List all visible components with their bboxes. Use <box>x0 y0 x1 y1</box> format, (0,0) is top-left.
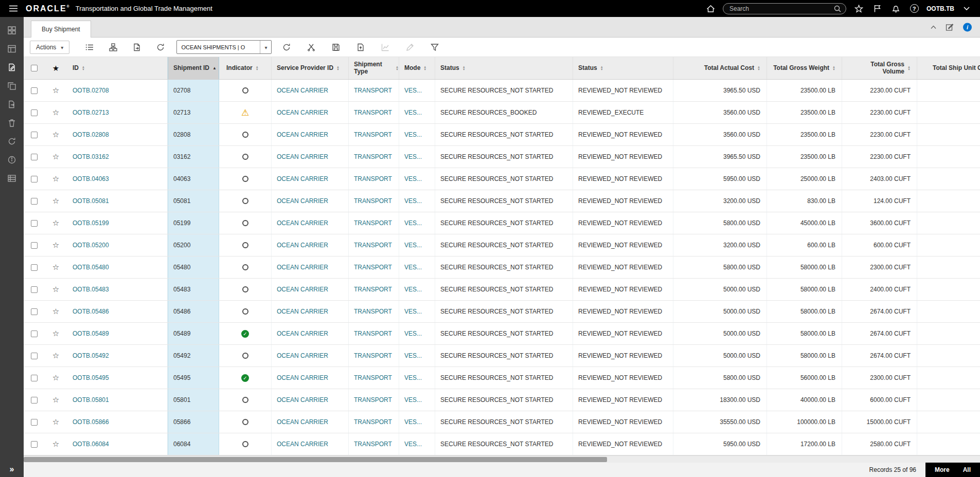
favorite-star-icon[interactable] <box>52 307 59 316</box>
favorite-star-icon[interactable] <box>52 174 59 184</box>
col-header-shipment-type[interactable]: Shipment Type <box>349 57 399 79</box>
shipment-type-link[interactable]: TRANSPORT <box>354 175 392 182</box>
favorite-star-icon[interactable] <box>52 241 59 250</box>
shipment-type-link[interactable]: TRANSPORT <box>354 87 392 94</box>
grid-view-icon[interactable] <box>0 21 24 40</box>
favorite-star-icon[interactable] <box>52 130 59 139</box>
row-checkbox[interactable] <box>31 220 38 227</box>
reload-icon[interactable] <box>151 41 170 54</box>
document-export-icon[interactable] <box>0 95 24 114</box>
shipment-edit-icon[interactable] <box>0 58 24 77</box>
actions-button[interactable]: Actions <box>30 41 69 54</box>
notifications-bell-icon[interactable] <box>889 3 902 15</box>
service-provider-link[interactable]: OCEAN CARRIER <box>277 264 328 271</box>
shipment-id-link[interactable]: OOTB.05483 <box>73 286 109 293</box>
table-row[interactable]: OOTB.05495 05495 OCEAN CARRIER TRANSPORT… <box>24 367 980 389</box>
col-header-id[interactable]: ID <box>67 57 168 79</box>
col-header-total-gross-weight[interactable]: Total Gross Weight <box>767 57 842 79</box>
service-provider-link[interactable]: OCEAN CARRIER <box>277 330 328 337</box>
search-input[interactable] <box>729 5 834 12</box>
search-icon[interactable] <box>834 5 841 12</box>
favorites-star-icon[interactable] <box>852 3 865 15</box>
filter-funnel-icon[interactable] <box>425 41 444 54</box>
row-checkbox[interactable] <box>31 264 38 271</box>
service-provider-link[interactable]: OCEAN CARRIER <box>277 197 328 205</box>
service-provider-link[interactable]: OCEAN CARRIER <box>277 87 328 94</box>
mode-link[interactable]: VES... <box>404 219 422 227</box>
service-provider-link[interactable]: OCEAN CARRIER <box>277 374 328 381</box>
mode-link[interactable]: VES... <box>404 153 422 160</box>
screen-info-icon[interactable] <box>963 23 972 31</box>
shipment-id-link[interactable]: OOTB.05480 <box>73 264 109 271</box>
table-row[interactable]: OOTB.05486 05486 OCEAN CARRIER TRANSPORT… <box>24 301 980 323</box>
favorite-star-icon[interactable] <box>52 86 59 95</box>
service-provider-link[interactable]: OCEAN CARRIER <box>277 396 328 403</box>
service-provider-link[interactable]: OCEAN CARRIER <box>277 131 328 138</box>
mode-link[interactable]: VES... <box>404 308 422 315</box>
table-row[interactable]: OOTB.02713 02713 OCEAN CARRIER TRANSPORT… <box>24 102 980 124</box>
service-provider-link[interactable]: OCEAN CARRIER <box>277 441 328 448</box>
row-checkbox[interactable] <box>31 286 38 293</box>
col-header-mode[interactable]: Mode <box>399 57 435 79</box>
hamburger-menu-icon[interactable] <box>7 3 20 15</box>
table-row[interactable]: OOTB.06084 06084 OCEAN CARRIER TRANSPORT… <box>24 433 980 455</box>
row-checkbox[interactable] <box>31 419 38 426</box>
shipment-type-link[interactable]: TRANSPORT <box>354 219 392 227</box>
shipment-id-link[interactable]: OOTB.02713 <box>73 109 109 116</box>
panels-icon[interactable] <box>0 40 24 58</box>
shipment-type-link[interactable]: TRANSPORT <box>354 242 392 249</box>
mode-link[interactable]: VES... <box>404 374 422 381</box>
mode-link[interactable]: VES... <box>404 396 422 403</box>
shipment-type-link[interactable]: TRANSPORT <box>354 286 392 293</box>
row-checkbox[interactable] <box>31 353 38 359</box>
row-checkbox[interactable] <box>31 331 38 337</box>
mode-link[interactable]: VES... <box>404 330 422 337</box>
mode-link[interactable]: VES... <box>404 87 422 94</box>
hierarchy-icon[interactable] <box>103 41 123 54</box>
row-checkbox[interactable] <box>31 375 38 381</box>
service-provider-link[interactable]: OCEAN CARRIER <box>277 308 328 315</box>
favorite-star-icon[interactable] <box>52 196 59 206</box>
mode-link[interactable]: VES... <box>404 418 422 426</box>
mode-link[interactable]: VES... <box>404 175 422 182</box>
delete-trash-icon[interactable] <box>0 114 24 132</box>
service-provider-link[interactable]: OCEAN CARRIER <box>277 286 328 293</box>
row-checkbox[interactable] <box>31 132 38 138</box>
table-row[interactable]: OOTB.05483 05483 OCEAN CARRIER TRANSPORT… <box>24 279 980 301</box>
service-provider-link[interactable]: OCEAN CARRIER <box>277 219 328 227</box>
shipment-id-link[interactable]: OOTB.04063 <box>73 175 109 182</box>
favorite-star-icon[interactable] <box>52 329 59 338</box>
copy-icon[interactable] <box>0 77 24 95</box>
scrollbar-thumb[interactable] <box>24 457 607 462</box>
service-provider-link[interactable]: OCEAN CARRIER <box>277 242 328 249</box>
row-checkbox[interactable] <box>31 109 38 116</box>
table-row[interactable]: OOTB.05480 05480 OCEAN CARRIER TRANSPORT… <box>24 256 980 279</box>
mode-link[interactable]: VES... <box>404 197 422 205</box>
shipment-type-link[interactable]: TRANSPORT <box>354 418 392 426</box>
user-chevron-down-icon[interactable] <box>960 3 973 15</box>
user-menu[interactable]: OOTB.TB <box>926 5 954 12</box>
shipment-id-link[interactable]: OOTB.06084 <box>73 441 109 448</box>
col-header-total-gross-volume[interactable]: Total Gross Volume <box>842 57 917 79</box>
flag-icon[interactable] <box>871 3 883 15</box>
shipment-id-link[interactable]: OOTB.05486 <box>73 308 109 315</box>
shipment-id-link[interactable]: OOTB.03162 <box>73 153 109 160</box>
shipment-id-link[interactable]: OOTB.05199 <box>73 219 109 227</box>
col-header-status-2[interactable]: Status <box>573 57 673 79</box>
help-icon[interactable] <box>908 3 920 15</box>
mode-link[interactable]: VES... <box>404 441 422 448</box>
shipment-id-link[interactable]: OOTB.05866 <box>73 418 109 426</box>
all-button[interactable]: All <box>963 466 971 473</box>
row-checkbox[interactable] <box>31 87 38 94</box>
table-row[interactable]: OOTB.05801 05801 OCEAN CARRIER TRANSPORT… <box>24 389 980 411</box>
row-checkbox[interactable] <box>31 198 38 205</box>
shipment-type-link[interactable]: TRANSPORT <box>354 197 392 205</box>
shipment-id-link[interactable]: OOTB.05492 <box>73 352 109 359</box>
collapse-chevron-up-icon[interactable] <box>931 25 936 29</box>
shipment-type-link[interactable]: TRANSPORT <box>354 308 392 315</box>
shipment-type-link[interactable]: TRANSPORT <box>354 109 392 116</box>
shipment-id-link[interactable]: OOTB.05200 <box>73 242 109 249</box>
shipment-type-link[interactable]: TRANSPORT <box>354 131 392 138</box>
shipment-type-link[interactable]: TRANSPORT <box>354 264 392 271</box>
row-checkbox[interactable] <box>31 242 38 249</box>
